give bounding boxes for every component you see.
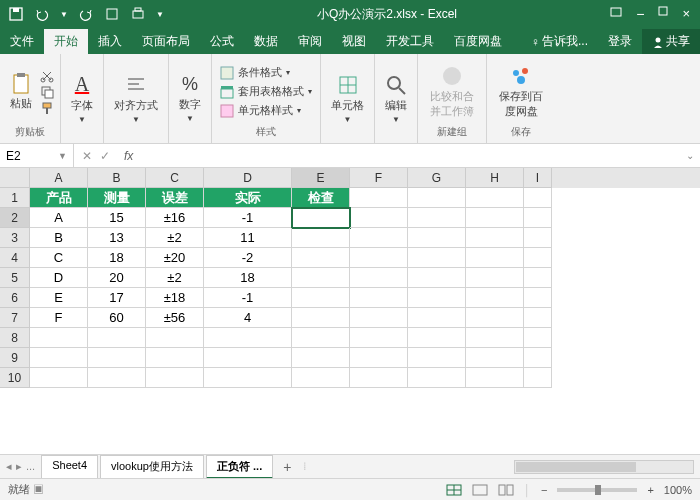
cell[interactable]	[292, 308, 350, 328]
cell[interactable]	[408, 348, 466, 368]
cell[interactable]	[408, 228, 466, 248]
row-header[interactable]: 6	[0, 288, 30, 308]
sheet-list-icon[interactable]: ...	[26, 460, 35, 473]
zoom-level[interactable]: 100%	[664, 484, 692, 496]
cell[interactable]	[30, 368, 88, 388]
cell[interactable]	[466, 348, 524, 368]
column-header[interactable]: F	[350, 168, 408, 188]
cell[interactable]	[524, 188, 552, 208]
cell[interactable]	[524, 208, 552, 228]
column-header[interactable]: A	[30, 168, 88, 188]
tab-数据[interactable]: 数据	[244, 29, 288, 54]
cell[interactable]: -2	[204, 248, 292, 268]
zoom-in-button[interactable]: +	[647, 484, 653, 496]
cell[interactable]	[524, 308, 552, 328]
compare-merge-button[interactable]: 比较和合并工作簿	[424, 63, 480, 121]
cell[interactable]: 20	[88, 268, 146, 288]
cell[interactable]	[292, 288, 350, 308]
cell[interactable]	[524, 288, 552, 308]
align-button[interactable]: 对齐方式▼	[110, 72, 162, 126]
normal-view-icon[interactable]	[446, 484, 462, 496]
cell[interactable]: 产品	[30, 188, 88, 208]
cell[interactable]: A	[30, 208, 88, 228]
touch-mode-icon[interactable]	[104, 6, 120, 22]
cell[interactable]	[524, 368, 552, 388]
row-header[interactable]: 3	[0, 228, 30, 248]
cell[interactable]	[350, 328, 408, 348]
cells-button[interactable]: 单元格▼	[327, 72, 368, 126]
zoom-out-button[interactable]: −	[541, 484, 547, 496]
row-header[interactable]: 9	[0, 348, 30, 368]
tab-百度网盘[interactable]: 百度网盘	[444, 29, 512, 54]
cell[interactable]	[466, 328, 524, 348]
cell[interactable]	[466, 228, 524, 248]
cell[interactable]: ±16	[146, 208, 204, 228]
undo-dropdown-icon[interactable]: ▼	[60, 10, 68, 19]
cell[interactable]	[408, 188, 466, 208]
save-baidu-button[interactable]: 保存到百度网盘	[493, 63, 549, 121]
cell[interactable]: 检查	[292, 188, 350, 208]
cell[interactable]: ±56	[146, 308, 204, 328]
cell[interactable]	[466, 288, 524, 308]
column-header[interactable]: B	[88, 168, 146, 188]
editing-button[interactable]: 编辑▼	[381, 72, 411, 126]
sheet-tab[interactable]: 正负符 ...	[206, 455, 273, 479]
cell[interactable]	[292, 368, 350, 388]
fx-label[interactable]: fx	[118, 149, 139, 163]
cell[interactable]	[408, 368, 466, 388]
cell[interactable]	[350, 208, 408, 228]
cell[interactable]	[350, 228, 408, 248]
spreadsheet-grid[interactable]: ABCDEFGHI 12345678910 产品测量误差实际检查A15±16-1…	[0, 168, 700, 454]
format-as-table-button[interactable]: 套用表格格式▾	[218, 83, 314, 100]
cell[interactable]: ±20	[146, 248, 204, 268]
cell[interactable]	[350, 308, 408, 328]
row-header[interactable]: 7	[0, 308, 30, 328]
cell[interactable]: 13	[88, 228, 146, 248]
row-header[interactable]: 2	[0, 208, 30, 228]
tab-公式[interactable]: 公式	[200, 29, 244, 54]
sheet-nav-first-icon[interactable]: ◂	[6, 460, 12, 473]
expand-formula-icon[interactable]: ⌄	[680, 150, 700, 161]
column-header[interactable]: D	[204, 168, 292, 188]
cell[interactable]	[350, 368, 408, 388]
tab-开始[interactable]: 开始	[44, 29, 88, 54]
column-header[interactable]: C	[146, 168, 204, 188]
cell[interactable]	[204, 368, 292, 388]
cell[interactable]: 测量	[88, 188, 146, 208]
sheet-tab[interactable]: vlookup使用方法	[100, 455, 204, 479]
font-button[interactable]: A字体▼	[67, 71, 97, 126]
cell[interactable]	[292, 348, 350, 368]
row-header[interactable]: 8	[0, 328, 30, 348]
undo-icon[interactable]	[34, 6, 50, 22]
cell[interactable]	[466, 188, 524, 208]
copy-icon[interactable]	[40, 85, 54, 99]
horizontal-scrollbar[interactable]	[514, 460, 694, 474]
redo-icon[interactable]	[78, 6, 94, 22]
cell[interactable]	[30, 328, 88, 348]
column-header[interactable]: E	[292, 168, 350, 188]
cell[interactable]: ±2	[146, 268, 204, 288]
page-layout-view-icon[interactable]	[472, 484, 488, 496]
ribbon-options-icon[interactable]	[610, 6, 622, 22]
number-button[interactable]: %数字▼	[175, 72, 205, 125]
cell[interactable]: 实际	[204, 188, 292, 208]
cell[interactable]: -1	[204, 288, 292, 308]
cell[interactable]: 4	[204, 308, 292, 328]
cell[interactable]: -1	[204, 208, 292, 228]
cell[interactable]	[524, 228, 552, 248]
tab-页面布局[interactable]: 页面布局	[132, 29, 200, 54]
cell[interactable]: 60	[88, 308, 146, 328]
cell[interactable]	[350, 348, 408, 368]
formula-input[interactable]	[139, 149, 680, 163]
cell[interactable]	[292, 248, 350, 268]
qat-dropdown-icon[interactable]: ▼	[156, 10, 164, 19]
cell[interactable]	[88, 348, 146, 368]
cell[interactable]: 误差	[146, 188, 204, 208]
macro-record-icon[interactable]: ▣	[33, 483, 44, 495]
cell[interactable]	[350, 268, 408, 288]
cell[interactable]: ±18	[146, 288, 204, 308]
cell[interactable]	[524, 248, 552, 268]
cell[interactable]	[146, 328, 204, 348]
cell[interactable]	[524, 348, 552, 368]
tab-开发工具[interactable]: 开发工具	[376, 29, 444, 54]
